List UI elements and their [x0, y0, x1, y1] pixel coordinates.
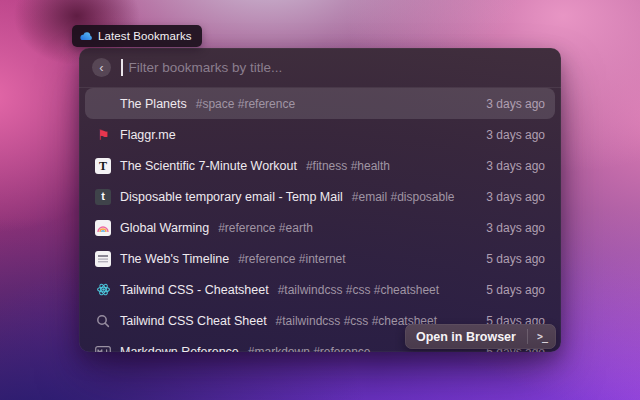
list-item[interactable]: Tailwind CSS - Cheatsheet #tailwindcss #…	[85, 274, 555, 305]
bookmark-tags: #tailwindcss #css #cheatsheet	[278, 283, 439, 297]
search-bar: ‹	[79, 48, 561, 88]
bookmark-age: 5 days ago	[486, 283, 545, 297]
flag-icon: ⚑	[95, 127, 111, 143]
rainbow-favicon	[95, 220, 111, 236]
window-title: Latest Bookmarks	[98, 30, 192, 42]
bookmark-title: The Scientific 7-Minute Workout	[120, 159, 297, 173]
bookmark-title: Tailwind CSS - Cheatsheet	[120, 283, 269, 297]
bookmark-title: Tailwind CSS Cheat Sheet	[120, 314, 267, 328]
bookmark-tags: #reference #internet	[238, 252, 345, 266]
bookmark-title: Markdown Reference	[120, 345, 239, 353]
bookmark-title: Global Warming	[120, 221, 209, 235]
text-caret	[121, 59, 123, 76]
atom-icon	[95, 282, 111, 298]
bookmark-list: The Planets #space #reference 3 days ago…	[85, 88, 555, 352]
bookmark-title: Flaggr.me	[120, 128, 176, 142]
open-in-browser-button[interactable]: Open in Browser >_	[405, 324, 556, 349]
open-in-browser-label: Open in Browser	[405, 330, 527, 344]
bookmark-title: The Planets	[120, 97, 187, 111]
bookmark-tags: #fitness #health	[306, 159, 390, 173]
terminal-prompt-icon: >_	[528, 331, 556, 342]
list-item[interactable]: The Planets #space #reference 3 days ago	[85, 88, 555, 119]
bookmark-tags: #email #disposable	[352, 190, 455, 204]
favicon-placeholder	[95, 96, 111, 112]
bookmark-age: 3 days ago	[486, 128, 545, 142]
list-item[interactable]: ⚑ Flaggr.me 3 days ago	[85, 119, 555, 150]
bookmark-age: 5 days ago	[486, 252, 545, 266]
magnifier-icon	[95, 313, 111, 329]
markdown-icon	[95, 344, 111, 353]
bookmark-age: 3 days ago	[486, 221, 545, 235]
filter-input[interactable]	[129, 60, 549, 75]
cloud-icon	[79, 29, 93, 43]
list-item[interactable]: The Web's Timeline #reference #internet …	[85, 243, 555, 274]
chevron-left-icon: ‹	[99, 61, 103, 74]
tempmail-favicon: t	[95, 189, 111, 205]
bookmark-title: The Web's Timeline	[120, 252, 229, 266]
list-item[interactable]: Global Warming #reference #earth 3 days …	[85, 212, 555, 243]
bookmark-tags: #space #reference	[196, 97, 295, 111]
bookmark-age: 3 days ago	[486, 159, 545, 173]
list-item[interactable]: t Disposable temporary email - Temp Mail…	[85, 181, 555, 212]
nyt-favicon: T	[95, 158, 111, 174]
window-title-pill: Latest Bookmarks	[72, 25, 202, 47]
list-item[interactable]: T The Scientific 7-Minute Workout #fitne…	[85, 150, 555, 181]
back-button[interactable]: ‹	[92, 58, 111, 77]
bookmark-age: 3 days ago	[486, 97, 545, 111]
bookmark-tags: #markdown #reference	[248, 345, 371, 353]
bookmark-title: Disposable temporary email - Temp Mail	[120, 190, 343, 204]
timeline-favicon	[95, 251, 111, 267]
bookmark-age: 3 days ago	[486, 190, 545, 204]
bookmarks-panel: ‹ The Planets #space #reference 3 days a…	[79, 48, 561, 352]
bookmark-tags: #reference #earth	[218, 221, 313, 235]
